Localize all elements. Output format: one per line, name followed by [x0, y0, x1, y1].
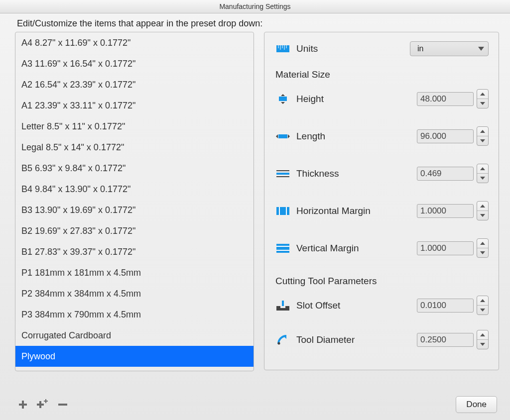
- stepper-down-icon[interactable]: [477, 174, 488, 183]
- preset-item[interactable]: A1 23.39" x 33.11" x 0.1772": [15, 95, 254, 116]
- svg-rect-22: [276, 207, 289, 215]
- svg-marker-10: [480, 93, 485, 96]
- stepper-down-icon[interactable]: [477, 99, 488, 108]
- svg-point-39: [278, 342, 280, 344]
- vmargin-input[interactable]: [417, 241, 474, 255]
- svg-marker-37: [480, 309, 485, 312]
- svg-marker-41: [480, 343, 485, 346]
- slot-offset-icon: [275, 300, 290, 311]
- add-preset-button[interactable]: [15, 398, 31, 412]
- hmargin-label: Horizontal Margin: [296, 206, 381, 216]
- svg-marker-21: [480, 177, 485, 180]
- tool-diameter-stepper[interactable]: [477, 330, 489, 349]
- svg-marker-12: [276, 134, 278, 138]
- tool-diameter-label: Tool Diameter: [296, 334, 381, 345]
- done-button[interactable]: Done: [456, 396, 497, 413]
- svg-marker-20: [480, 167, 485, 170]
- window-title: Manufacturing Settings: [0, 0, 510, 13]
- stepper-up-icon[interactable]: [477, 239, 488, 248]
- thickness-label: Thickness: [296, 168, 381, 179]
- preset-item[interactable]: P1 181mm x 181mm x 4.5mm: [15, 262, 254, 283]
- svg-rect-47: [44, 401, 48, 402]
- height-label: Height: [296, 94, 381, 105]
- preset-item[interactable]: P3 384mm x 790mm x 4.5mm: [15, 304, 254, 325]
- stepper-down-icon[interactable]: [477, 306, 488, 315]
- svg-rect-35: [280, 308, 285, 311]
- preset-item[interactable]: A4 8.27" x 11.69" x 0.1772": [15, 32, 254, 53]
- preset-item[interactable]: Letter 8.5" x 11" x 0.1772": [15, 116, 254, 137]
- stepper-down-icon[interactable]: [477, 211, 488, 220]
- preset-item[interactable]: A2 16.54" x 23.39" x 0.1772": [15, 74, 254, 95]
- stepper-up-icon[interactable]: [477, 202, 488, 211]
- stepper-up-icon[interactable]: [477, 127, 488, 136]
- tool-diameter-input[interactable]: [417, 333, 474, 347]
- preset-list-panel: A4 8.27" x 11.69" x 0.1772"A3 11.69" x 1…: [15, 32, 254, 371]
- slot-offset-label: Slot Offset: [296, 300, 381, 311]
- preset-item[interactable]: B1 27.83" x 39.37" x 0.1772": [15, 241, 254, 262]
- svg-marker-16: [480, 139, 485, 142]
- thickness-icon: [275, 168, 290, 179]
- length-icon: [275, 131, 290, 142]
- preset-item[interactable]: B3 13.90" x 19.69" x 0.1772": [15, 200, 254, 220]
- svg-marker-31: [480, 251, 485, 254]
- ruler-icon: [275, 43, 290, 54]
- horizontal-margin-icon: [275, 206, 290, 216]
- preset-item[interactable]: P2 384mm x 384mm x 4.5mm: [15, 283, 254, 304]
- svg-marker-15: [480, 130, 485, 133]
- thickness-input[interactable]: [417, 167, 474, 181]
- content-area: A4 8.27" x 11.69" x 0.1772"A3 11.69" x 1…: [0, 32, 510, 392]
- stepper-up-icon[interactable]: [477, 164, 488, 174]
- preset-item[interactable]: Corrugated Cardboard: [15, 325, 254, 346]
- svg-marker-6: [478, 47, 484, 51]
- footer-toolbar: Done: [0, 392, 510, 420]
- stepper-up-icon[interactable]: [477, 90, 488, 99]
- length-stepper[interactable]: [477, 126, 489, 146]
- length-row: Length: [275, 126, 489, 146]
- hmargin-input[interactable]: [417, 204, 474, 218]
- hmargin-row: Horizontal Margin: [275, 201, 489, 220]
- svg-marker-9: [281, 102, 285, 104]
- svg-marker-30: [480, 242, 485, 245]
- vertical-margin-icon: [275, 243, 290, 254]
- svg-marker-36: [480, 299, 485, 302]
- preset-item[interactable]: A3 11.69" x 16.54" x 0.1772": [15, 53, 254, 74]
- instruction-text: Edit/Customize the items that appear in …: [0, 13, 510, 32]
- stepper-down-icon[interactable]: [477, 136, 488, 145]
- units-dropdown[interactable]: in: [410, 41, 489, 56]
- duplicate-preset-button[interactable]: [35, 398, 51, 412]
- svg-marker-26: [480, 214, 485, 217]
- length-input[interactable]: [417, 129, 474, 143]
- svg-rect-24: [286, 207, 287, 215]
- height-icon: [275, 94, 290, 105]
- vmargin-row: Vertical Margin: [275, 238, 489, 258]
- stepper-up-icon[interactable]: [477, 330, 488, 340]
- preset-item[interactable]: Plywood: [15, 346, 254, 367]
- stepper-down-icon[interactable]: [477, 248, 488, 257]
- svg-marker-8: [281, 94, 285, 96]
- svg-rect-17: [276, 173, 289, 175]
- length-label: Length: [296, 131, 381, 142]
- preset-list[interactable]: A4 8.27" x 11.69" x 0.1772"A3 11.69" x 1…: [15, 32, 254, 371]
- tool-diameter-row: Tool Diameter: [275, 330, 489, 349]
- remove-preset-button[interactable]: [55, 398, 71, 412]
- svg-rect-43: [19, 404, 27, 406]
- preset-item[interactable]: Legal 8.5" x 14" x 0.1772": [15, 137, 254, 158]
- chevron-down-icon: [474, 47, 488, 51]
- svg-marker-25: [480, 205, 485, 208]
- preset-item[interactable]: B5 6.93" x 9.84" x 0.1772": [15, 158, 254, 179]
- slot-offset-row: Slot Offset: [275, 296, 489, 315]
- height-stepper[interactable]: [477, 89, 489, 108]
- tool-diameter-icon: [275, 334, 290, 345]
- stepper-down-icon[interactable]: [477, 340, 488, 349]
- vmargin-stepper[interactable]: [477, 238, 489, 258]
- vmargin-label: Vertical Margin: [296, 243, 381, 254]
- thickness-stepper[interactable]: [477, 164, 489, 183]
- stepper-up-icon[interactable]: [477, 296, 488, 306]
- preset-item[interactable]: B4 9.84" x 13.90" x 0.1772": [15, 179, 254, 200]
- hmargin-stepper[interactable]: [477, 201, 489, 220]
- svg-marker-40: [480, 333, 485, 336]
- height-input[interactable]: [417, 92, 474, 106]
- slot-offset-input[interactable]: [417, 299, 474, 313]
- slot-offset-stepper[interactable]: [477, 296, 489, 315]
- preset-item[interactable]: B2 19.69" x 27.83" x 0.1772": [15, 220, 254, 241]
